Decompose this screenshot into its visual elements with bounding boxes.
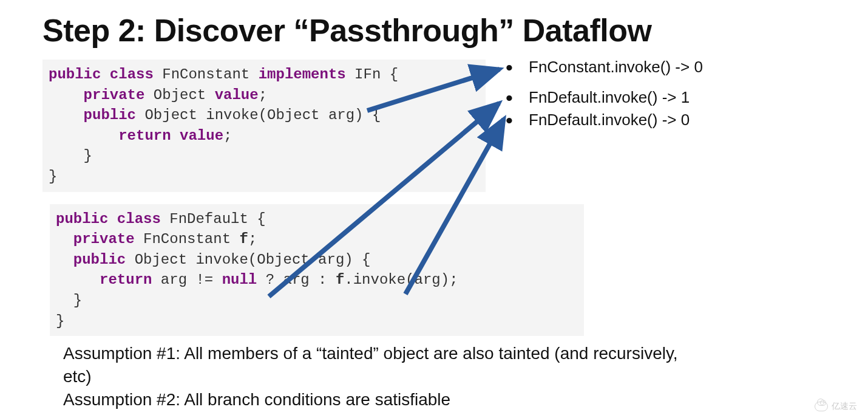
cloud-icon (815, 402, 828, 411)
result-item: FnDefault.invoke() -> 0 (506, 109, 846, 131)
slide-title: Step 2: Discover “Passthrough” Dataflow (42, 12, 826, 49)
watermark: 亿速云 (815, 401, 857, 412)
code-block-fnconstant: public class FnConstant implements IFn {… (42, 60, 486, 192)
assumption-1: Assumption #1: All members of a “tainted… (63, 342, 694, 388)
assumption-2: Assumption #2: All branch conditions are… (63, 388, 694, 411)
result-item: FnDefault.invoke() -> 1 (506, 86, 846, 108)
code-block-fndefault: public class FnDefault { private FnConst… (50, 204, 584, 337)
watermark-text: 亿速云 (832, 401, 857, 412)
result-item: FnConstant.invoke() -> 0 (506, 56, 846, 78)
passthrough-results-list: FnConstant.invoke() -> 0 FnDefault.invok… (506, 56, 846, 131)
assumptions: Assumption #1: All members of a “tainted… (63, 342, 694, 411)
